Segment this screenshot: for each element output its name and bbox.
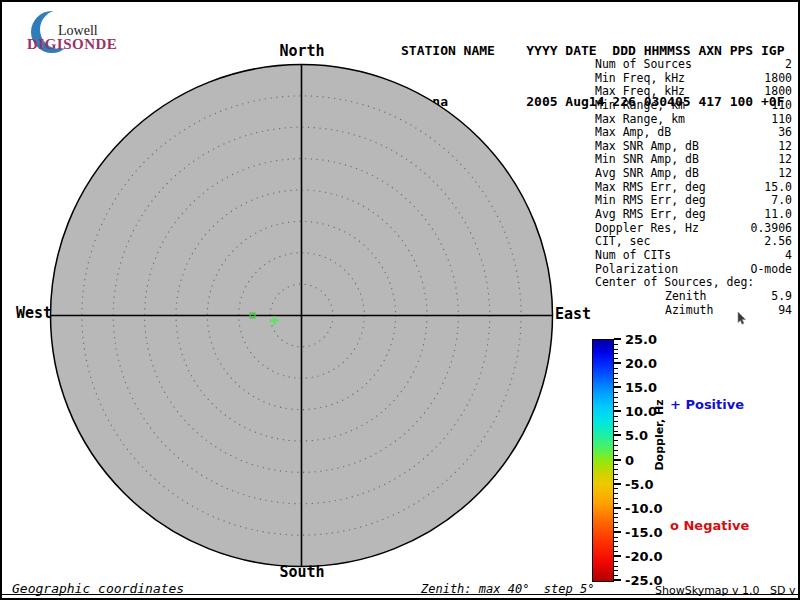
- param-row: Min Freq, kHz1800: [595, 72, 792, 86]
- param-row: Max Amp, dB36: [595, 126, 792, 140]
- param-label: Max Freq, kHz: [595, 85, 685, 99]
- param-value: 1800: [764, 72, 792, 86]
- showskymap-window: Lowell DIGISONDE STATION NAME YYYY DATE …: [0, 0, 800, 600]
- param-row: PolarizationO-mode: [595, 263, 792, 277]
- colorbar-tick: [614, 338, 621, 340]
- param-row: Max RMS Err, deg15.0: [595, 181, 792, 195]
- colorbar-tick: [614, 386, 621, 388]
- param-row: Num of CITs4: [595, 249, 792, 263]
- colorbar-tick-label: -10.0: [625, 500, 662, 515]
- param-value: 2: [785, 58, 792, 72]
- footer-coordinates-label: Geographic coordinates: [12, 581, 184, 596]
- param-value: 12: [778, 167, 792, 181]
- param-value: 1800: [764, 85, 792, 99]
- parameters-panel: Num of Sources2Min Freq, kHz1800Max Freq…: [595, 58, 792, 317]
- param-row: Num of Sources2: [595, 58, 792, 72]
- param-value: 15.0: [764, 181, 792, 195]
- legend-negative: o Negative: [670, 518, 749, 533]
- footer-zenith-scale-label: Zenith: max 40° step 5°: [421, 582, 594, 596]
- param-row: Azimuth94: [595, 304, 792, 318]
- param-label: Max Range, km: [595, 113, 685, 127]
- param-label: Max Amp, dB: [595, 126, 671, 140]
- param-label: Zenith: [595, 290, 707, 304]
- param-row: Min Range, km110: [595, 99, 792, 113]
- colorbar-tick: [614, 579, 621, 581]
- colorbar-tick-label: 15.0: [625, 380, 657, 395]
- param-label: Min SNR Amp, dB: [595, 153, 699, 167]
- colorbar-tick-label: 0: [625, 452, 634, 467]
- param-label: Min Freq, kHz: [595, 72, 685, 86]
- param-label: Num of CITs: [595, 249, 671, 263]
- param-value: O-mode: [750, 263, 792, 277]
- param-label: Num of Sources: [595, 58, 692, 72]
- param-label: Min Range, km: [595, 99, 685, 113]
- param-value: 12: [778, 140, 792, 154]
- param-label: Avg RMS Err, deg: [595, 208, 706, 222]
- colorbar-tick-label: 5.0: [625, 428, 648, 443]
- param-label: Polarization: [595, 263, 678, 277]
- colorbar-tick-label: 25.0: [625, 332, 657, 347]
- colorbar-tick-label: -15.0: [625, 524, 662, 539]
- mouse-cursor-icon: [737, 312, 749, 326]
- param-row: Center of Sources, deg:: [595, 276, 792, 290]
- colorbar-major-ticks: 25.020.015.010.05.00-5.0-10.0-15.0-20.0-…: [614, 339, 684, 580]
- compass-label-east: East: [555, 307, 591, 322]
- compass-label-south: South: [279, 565, 325, 580]
- param-label: Max RMS Err, deg: [595, 181, 706, 195]
- param-row: Min RMS Err, deg7.0: [595, 194, 792, 208]
- param-label: Azimuth: [595, 304, 713, 318]
- colorbar-tick: [614, 507, 621, 509]
- compass-label-west: West: [16, 306, 52, 321]
- param-label: Max SNR Amp, dB: [595, 140, 699, 154]
- legend-positive: + Positive: [670, 397, 744, 412]
- colorbar-tick-label: -20.0: [625, 548, 662, 563]
- param-value: 5.9: [771, 290, 792, 304]
- param-value: 7.0: [771, 194, 792, 208]
- param-value: 94: [778, 304, 792, 318]
- colorbar-tick: [614, 410, 621, 412]
- doppler-colorbar: [592, 339, 614, 582]
- param-row: Avg SNR Amp, dB12: [595, 167, 792, 181]
- colorbar-axis-label: Doppler, Hz: [653, 399, 666, 470]
- colorbar-tick: [614, 362, 621, 364]
- param-value: 12: [778, 153, 792, 167]
- compass-label-north: North: [279, 44, 325, 59]
- param-label: Center of Sources, deg:: [595, 276, 754, 290]
- colorbar-tick: [614, 555, 621, 557]
- colorbar-tick-label: -5.0: [625, 476, 653, 491]
- param-row: CIT, sec2.56: [595, 235, 792, 249]
- param-row: Doppler Res, Hz0.3906: [595, 222, 792, 236]
- param-row: Max SNR Amp, dB12: [595, 140, 792, 154]
- param-row: Max Range, km110: [595, 113, 792, 127]
- param-label: Doppler Res, Hz: [595, 222, 699, 236]
- param-value: 4: [785, 249, 792, 263]
- param-label: Min RMS Err, deg: [595, 194, 706, 208]
- param-value: 2.56: [764, 235, 792, 249]
- param-row: Avg RMS Err, deg11.0: [595, 208, 792, 222]
- colorbar-tick: [614, 459, 621, 461]
- param-label: CIT, sec: [595, 235, 650, 249]
- colorbar-tick: [614, 434, 621, 436]
- colorbar-tick: [614, 531, 621, 533]
- footer-version-label: ShowSkymap v 1.0 SD v 4.2: [655, 584, 800, 597]
- param-value: 0.3906: [750, 222, 792, 236]
- param-value: 36: [778, 126, 792, 140]
- param-row: Max Freq, kHz1800: [595, 85, 792, 99]
- param-row: Zenith5.9: [595, 290, 792, 304]
- colorbar-tick: [614, 483, 621, 485]
- param-value: 110: [771, 113, 792, 127]
- param-row: Min SNR Amp, dB12: [595, 153, 792, 167]
- param-label: Avg SNR Amp, dB: [595, 167, 699, 181]
- param-value: 110: [771, 99, 792, 113]
- colorbar-tick-label: 20.0: [625, 356, 657, 371]
- param-value: 11.0: [764, 208, 792, 222]
